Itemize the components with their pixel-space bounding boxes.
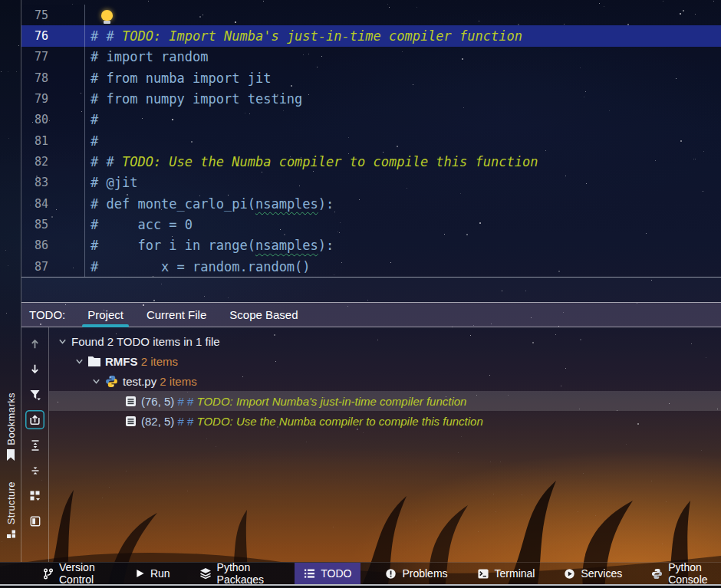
tab-current-file[interactable]: Current File [135, 303, 218, 327]
comment-text: # for i in range( [91, 238, 255, 253]
todo-tree-row[interactable]: (82, 5) # # TODO: Use the Numba compiler… [49, 411, 721, 431]
code-editor[interactable]: 7576# # TODO: Import Numba's just-in-tim… [21, 0, 721, 278]
terminal-icon [477, 568, 489, 580]
previous-occurrence-icon [28, 337, 41, 350]
comment-text: # @jit [91, 175, 137, 190]
filter-todo-items-icon [29, 389, 41, 401]
editor-line[interactable]: 87# x = random.random() [21, 256, 721, 277]
run-icon [135, 568, 145, 579]
editor-line[interactable]: 82# # TODO: Use the Numba compiler to co… [21, 151, 721, 172]
tool-window-button-version-control[interactable]: Version Control [38, 563, 110, 584]
branch-icon [43, 568, 54, 580]
todo-list-icon [304, 568, 315, 579]
comment-text: # [91, 112, 98, 127]
chevron-down-icon[interactable] [91, 376, 102, 386]
editor-line[interactable]: 84# def monte_carlo_pi(nsamples): [21, 193, 721, 214]
tool-window-button-python-console[interactable]: Python Console [647, 563, 721, 584]
line-number: 85 [21, 214, 85, 235]
todo-tree-row[interactable]: Found 2 TODO items in 1 file [49, 331, 721, 351]
editor-line-current[interactable]: 76# # TODO: Import Numba's just-in-time … [21, 25, 721, 46]
todo-tree: Found 2 TODO items in 1 fileRMFS 2 items… [49, 327, 721, 562]
editor-line[interactable]: 80# [21, 110, 721, 130]
line-number: 86 [21, 235, 85, 256]
pycharm-window: 7576# # TODO: Import Numba's just-in-tim… [0, 0, 721, 588]
tree-text-hash: # # [178, 415, 197, 428]
tool-window-button-run[interactable]: Run [130, 563, 175, 584]
editor-line[interactable]: 85# acc = 0 [21, 214, 721, 235]
editor-line[interactable]: 75 [21, 5, 721, 25]
previous-occurrence-button[interactable] [25, 334, 44, 353]
chevron-down-icon[interactable] [74, 356, 85, 366]
line-number: 75 [21, 5, 85, 25]
tree-text-coords: (82, 5) [141, 415, 178, 428]
tree-text-plain: Found 2 TODO items in 1 file [71, 335, 220, 348]
bookmark-icon [5, 449, 16, 464]
packages-icon [199, 567, 212, 580]
tool-window-button-problems[interactable]: Problems [380, 563, 452, 584]
expand-all-button[interactable] [25, 435, 44, 455]
tool-window-button-label: Problems [402, 567, 447, 580]
code-text: # # TODO: Import Numba's just-in-time co… [85, 28, 522, 44]
python-file-icon [105, 375, 118, 388]
tool-window-button-label: Services [581, 567, 622, 580]
tree-text-bold: RMFS [105, 355, 138, 368]
tool-window-button-label: Run [150, 567, 170, 580]
group-by-button[interactable] [25, 486, 44, 505]
editor-line[interactable]: 86# for i in range(nsamples): [21, 235, 721, 256]
editor-line[interactable]: 77# import random [21, 47, 721, 67]
code-text: # # TODO: Use the Numba compiler to comp… [85, 154, 538, 169]
line-number: 87 [21, 256, 85, 277]
tree-text-count: 2 items [138, 355, 179, 368]
comment-text: # from numba import jit [91, 71, 271, 86]
tab-scope-based[interactable]: Scope Based [218, 303, 309, 327]
chevron-down-icon[interactable] [58, 337, 68, 347]
tool-window-button-label: TODO [321, 567, 351, 580]
preview-source-button[interactable] [25, 511, 44, 531]
comment-text: ): [318, 196, 334, 212]
tool-window-button-todo[interactable]: TODO [295, 563, 360, 584]
tab-project[interactable]: Project [76, 303, 135, 327]
todo-tree-row[interactable]: RMFS 2 items [49, 351, 721, 371]
autoscroll-to-source-button[interactable] [25, 410, 44, 429]
preview-source-icon [29, 515, 41, 527]
structure-icon [6, 528, 16, 542]
editor-line[interactable]: 83# @jit [21, 172, 721, 193]
stripe-tab-label: Bookmarks [5, 393, 17, 445]
problems-icon [385, 568, 397, 580]
code-text: # from numpy import testing [85, 91, 302, 107]
collapse-all-button[interactable] [25, 461, 44, 480]
tool-window-button-label: Python Console [668, 561, 716, 586]
intention-lightbulb-icon[interactable] [101, 10, 113, 21]
filter-todo-items-button[interactable] [25, 385, 44, 404]
todo-tree-row[interactable]: test.py 2 items [49, 371, 721, 391]
todo-item-icon [125, 396, 137, 407]
todo-tabs: ProjectCurrent FileScope Based [76, 303, 309, 327]
line-number: 80 [21, 110, 85, 130]
editor-line[interactable]: 81# [21, 130, 721, 151]
tree-text-count: 2 items [160, 375, 196, 388]
tool-window-button-terminal[interactable]: Terminal [472, 563, 540, 584]
tool-window-button-python-packages[interactable]: Python Packages [195, 563, 275, 584]
editor-line[interactable]: 79# from numpy import testing [21, 88, 721, 109]
line-number: 78 [21, 67, 85, 88]
todo-panel-title: TODO: [29, 308, 65, 321]
comment-text: ): [318, 238, 334, 253]
editor-line[interactable]: 78# from numba import jit [21, 67, 721, 88]
code-text: # [85, 112, 98, 127]
code-text: # [85, 133, 98, 149]
tool-window-bar: Version ControlRunPython PackagesTODOPro… [0, 562, 721, 584]
comment-text: # import random [91, 49, 209, 64]
next-occurrence-button[interactable] [25, 360, 44, 379]
todo-panel-header: TODO: ProjectCurrent FileScope Based [21, 302, 721, 327]
code-text: # x = random.random() [85, 259, 311, 274]
code-text: # def monte_carlo_pi(nsamples): [85, 196, 334, 212]
line-number: 76 [21, 25, 85, 46]
stripe-tab-structure[interactable]: Structure [0, 481, 21, 542]
comment-text: # from numpy import testing [91, 91, 302, 107]
group-by-icon [29, 490, 41, 502]
stripe-tab-bookmarks[interactable]: Bookmarks [0, 393, 21, 464]
tree-text-todo: TODO: Use the Numba compiler to compile … [197, 415, 483, 428]
tool-window-button-services[interactable]: Services [559, 563, 627, 584]
line-number: 82 [21, 151, 85, 172]
todo-tree-row[interactable]: (76, 5) # # TODO: Import Numba's just-in… [49, 391, 721, 411]
